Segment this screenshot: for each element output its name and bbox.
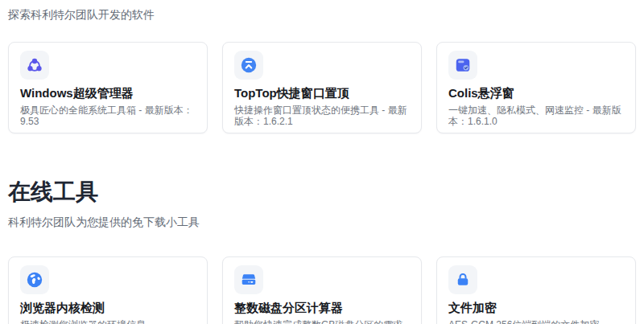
tools-cards-grid: 浏览器内核检测 极速检测您浏览器的环境信息 整数磁盘分区计算器 帮助您快速完成整…: [8, 256, 636, 324]
card-title: 浏览器内核检测: [20, 301, 196, 315]
card-description: 帮助您快速完成整数GB磁盘分区的需求: [234, 319, 410, 324]
card-file-encryption[interactable]: 文件加密 AES-GCM 256位端到端的文件加密: [436, 256, 636, 324]
card-title: Colis悬浮窗: [448, 86, 624, 100]
globe-icon: [20, 265, 49, 294]
card-description: 极具匠心的全能系统工具箱 - 最新版本：9.53: [20, 105, 196, 127]
page: 探索科利特尔团队开发的软件 Windows超级管理器 极具匠心的全能系统工具箱 …: [0, 0, 644, 324]
nodes-icon: [20, 51, 49, 80]
card-title: Windows超级管理器: [20, 86, 196, 100]
card-toptop-pin[interactable]: TopTop快捷窗口置顶 快捷操作窗口置顶状态的便携工具 - 最新版本：1.6.…: [222, 42, 422, 133]
hard-drive-icon: [234, 265, 263, 294]
card-colis-float-window[interactable]: Colis悬浮窗 一键加速、隐私模式、网速监控 - 最新版本：1.6.1.0: [436, 42, 636, 133]
pin-top-icon: [234, 51, 263, 80]
card-title: 文件加密: [448, 301, 624, 315]
card-title: 整数磁盘分区计算器: [234, 301, 410, 315]
card-windows-super-manager[interactable]: Windows超级管理器 极具匠心的全能系统工具箱 - 最新版本：9.53: [8, 42, 208, 133]
card-description: 一键加速、隐私模式、网速监控 - 最新版本：1.6.1.0: [448, 105, 624, 127]
lock-icon: [448, 265, 477, 294]
card-title: TopTop快捷窗口置顶: [234, 86, 410, 100]
card-description: 极速检测您浏览器的环境信息: [20, 319, 196, 324]
software-cards-grid: Windows超级管理器 极具匠心的全能系统工具箱 - 最新版本：9.53 To…: [8, 42, 636, 133]
card-disk-partition-calculator[interactable]: 整数磁盘分区计算器 帮助您快速完成整数GB磁盘分区的需求: [222, 256, 422, 324]
card-description: 快捷操作窗口置顶状态的便携工具 - 最新版本：1.6.2.1: [234, 105, 410, 127]
floating-window-icon: [448, 51, 477, 80]
card-description: AES-GCM 256位端到端的文件加密: [448, 319, 624, 324]
tools-section-subheading: 科利特尔团队为您提供的免下载小工具: [8, 215, 636, 229]
card-browser-kernel-check[interactable]: 浏览器内核检测 极速检测您浏览器的环境信息: [8, 256, 208, 324]
tools-section-heading: 在线工具: [8, 178, 636, 206]
software-section-label: 探索科利特尔团队开发的软件: [8, 8, 636, 21]
